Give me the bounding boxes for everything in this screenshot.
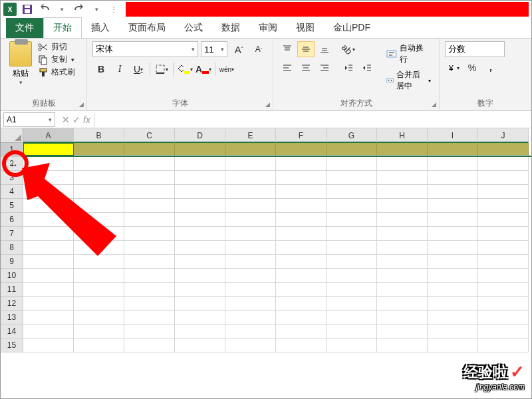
- cell[interactable]: [276, 311, 327, 325]
- cell[interactable]: [175, 143, 225, 156]
- cell[interactable]: [225, 325, 276, 338]
- currency-button[interactable]: ¥▾: [445, 60, 462, 76]
- cell[interactable]: [124, 213, 175, 227]
- comma-button[interactable]: ，: [482, 60, 499, 76]
- align-left-button[interactable]: [279, 60, 296, 76]
- row-header[interactable]: 12: [1, 297, 23, 311]
- cell[interactable]: [428, 213, 478, 227]
- decrease-indent-button[interactable]: [340, 60, 357, 76]
- align-center-button[interactable]: [297, 60, 315, 76]
- cell[interactable]: [276, 338, 327, 352]
- cell[interactable]: [428, 143, 478, 156]
- cell[interactable]: [327, 311, 377, 325]
- cell[interactable]: [478, 283, 529, 297]
- cell[interactable]: [225, 213, 276, 227]
- cell[interactable]: [276, 283, 327, 297]
- merge-center-button[interactable]: 合并后居中▾: [384, 68, 434, 93]
- column-header-A[interactable]: A: [23, 128, 74, 143]
- cell[interactable]: [23, 283, 74, 297]
- fx-button[interactable]: fx: [83, 114, 90, 125]
- cell[interactable]: [175, 213, 225, 227]
- tab-view[interactable]: 视图: [287, 18, 324, 38]
- cell[interactable]: [175, 338, 225, 352]
- tab-home[interactable]: 开始: [43, 17, 82, 38]
- cell[interactable]: [124, 255, 175, 269]
- cell[interactable]: [478, 171, 529, 185]
- underline-button[interactable]: U▾: [130, 61, 147, 77]
- cell[interactable]: [124, 325, 175, 338]
- percent-button[interactable]: %: [464, 60, 481, 76]
- column-header-J[interactable]: J: [478, 128, 529, 143]
- row-header[interactable]: 4: [1, 185, 23, 199]
- cell[interactable]: [225, 269, 276, 283]
- cell[interactable]: [327, 171, 377, 185]
- cell[interactable]: [276, 227, 327, 241]
- cell[interactable]: [428, 255, 478, 269]
- cell[interactable]: [23, 338, 74, 352]
- row-header[interactable]: 2: [1, 157, 23, 171]
- cell[interactable]: [327, 185, 377, 199]
- name-box[interactable]: A1▾: [3, 112, 55, 127]
- row-header[interactable]: 8: [1, 241, 23, 255]
- column-header-B[interactable]: B: [74, 128, 124, 143]
- cell[interactable]: [175, 241, 225, 255]
- cell[interactable]: [175, 171, 225, 185]
- qat-dropdown-1[interactable]: ▾: [55, 3, 68, 16]
- cell[interactable]: [327, 283, 377, 297]
- cell[interactable]: [428, 311, 478, 325]
- cell[interactable]: [124, 171, 175, 185]
- cell[interactable]: [175, 283, 225, 297]
- cell[interactable]: [377, 199, 428, 213]
- cell[interactable]: [377, 269, 428, 283]
- column-header-G[interactable]: G: [327, 128, 377, 143]
- cell[interactable]: [124, 269, 175, 283]
- cell[interactable]: [74, 283, 124, 297]
- cell[interactable]: [23, 199, 74, 213]
- confirm-formula-button[interactable]: ✓: [72, 114, 80, 125]
- cell[interactable]: [124, 297, 175, 311]
- align-dialog-launcher[interactable]: ◢: [432, 101, 436, 108]
- cell[interactable]: [478, 241, 529, 255]
- cell[interactable]: [175, 185, 225, 199]
- cell[interactable]: [478, 185, 529, 199]
- cell[interactable]: [478, 143, 529, 156]
- cell[interactable]: [74, 311, 124, 325]
- cell[interactable]: [377, 338, 428, 352]
- fill-color-button[interactable]: ▾: [176, 61, 194, 77]
- font-color-button[interactable]: A▾: [195, 61, 212, 77]
- cell[interactable]: [276, 143, 327, 156]
- cell[interactable]: [124, 199, 175, 213]
- cell[interactable]: [478, 213, 529, 227]
- phonetic-button[interactable]: wén▾: [218, 61, 235, 77]
- border-button[interactable]: ▾: [153, 61, 170, 77]
- cell[interactable]: [428, 171, 478, 185]
- tab-formulas[interactable]: 公式: [175, 18, 212, 38]
- cell[interactable]: [327, 227, 377, 241]
- cell[interactable]: [377, 311, 428, 325]
- paste-dropdown[interactable]: ▾: [19, 79, 23, 86]
- align-right-button[interactable]: [316, 60, 333, 76]
- cell[interactable]: [23, 269, 74, 283]
- cell[interactable]: [74, 297, 124, 311]
- cell[interactable]: [124, 227, 175, 241]
- save-button[interactable]: [21, 3, 34, 16]
- cell[interactable]: [74, 143, 124, 156]
- decrease-font-button[interactable]: Aˇ: [250, 41, 267, 57]
- cell[interactable]: [428, 227, 478, 241]
- cell[interactable]: [327, 199, 377, 213]
- cell[interactable]: [175, 311, 225, 325]
- row-header[interactable]: 10: [1, 269, 23, 283]
- cell[interactable]: [327, 255, 377, 269]
- cell[interactable]: [23, 171, 74, 185]
- cell[interactable]: [23, 185, 74, 199]
- row-header[interactable]: 6: [1, 213, 23, 227]
- cell[interactable]: [175, 269, 225, 283]
- cell[interactable]: [74, 255, 124, 269]
- cell[interactable]: [124, 338, 175, 352]
- tab-review[interactable]: 审阅: [249, 18, 287, 38]
- copy-button[interactable]: 复制▾: [38, 54, 75, 65]
- cell[interactable]: [428, 325, 478, 338]
- font-size-combo[interactable]: 11▾: [201, 41, 227, 57]
- cell[interactable]: [23, 241, 74, 255]
- row-header[interactable]: 1: [1, 143, 23, 157]
